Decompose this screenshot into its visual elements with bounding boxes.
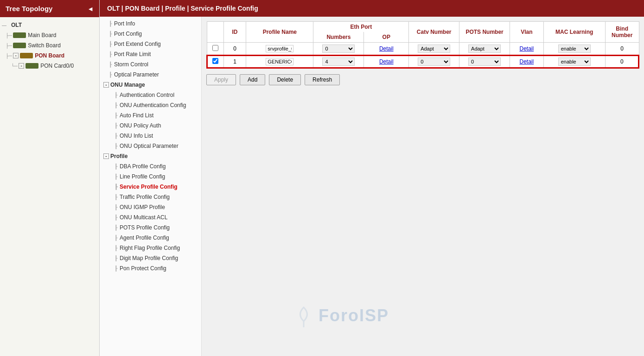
row1-catv-select[interactable]: Adapt012: [418, 57, 450, 66]
pon-board-icon: [20, 53, 33, 58]
row0-catv-select[interactable]: Adapt012: [418, 44, 450, 53]
onu-manage-expand[interactable]: -: [103, 82, 109, 88]
row1-catv: Adapt012: [409, 55, 459, 68]
row0-mac-select[interactable]: enabledisable: [558, 44, 591, 53]
row1-eth-numbers: 01234: [313, 55, 364, 68]
row0-id: 0: [223, 43, 246, 56]
nav-item-agent-profile[interactable]: Agent Profile Config: [100, 233, 201, 243]
watermark: ForoISP: [294, 305, 389, 328]
sidebar: Tree Topology ◄ — OLT ├─ Main Board ├─ S…: [0, 0, 100, 356]
th-bind-number: BindNumber: [605, 22, 639, 43]
table-row: 1 01234 Detail: [207, 55, 639, 68]
row1-profile-name-input[interactable]: [266, 58, 293, 65]
profile-expand[interactable]: -: [103, 153, 109, 159]
nav-item-right-flag[interactable]: Right Flag Profile Config: [100, 243, 201, 253]
onu-manage-label: ONU Manage: [110, 82, 145, 88]
nav-item-pots-profile[interactable]: POTS Profile Config: [100, 222, 201, 233]
tree-item-pon-board: ├─ - PON Board: [0, 51, 99, 61]
row1-pots-select[interactable]: Adapt012: [468, 57, 501, 66]
switch-board-icon: [13, 43, 26, 48]
row1-eth-numbers-select[interactable]: 01234: [322, 57, 355, 66]
row0-eth-numbers: 01234: [313, 43, 364, 56]
nav-item-dba-profile[interactable]: DBA Profile Config: [100, 161, 201, 172]
row0-eth-detail-button[interactable]: Detail: [379, 45, 394, 52]
th-eth-op: OP: [364, 32, 409, 43]
nav-item-port-config[interactable]: Port Config: [100, 29, 201, 39]
nav-item-service-profile[interactable]: Service Profile Config: [100, 182, 201, 192]
row0-checkbox-cell: [207, 43, 223, 56]
row1-bind-number: 0: [605, 55, 639, 68]
row0-profile-name-input[interactable]: [266, 45, 293, 52]
sidebar-header[interactable]: Tree Topology ◄: [0, 0, 99, 17]
row0-catv: Adapt012: [409, 43, 459, 56]
row0-checkbox[interactable]: [212, 45, 218, 51]
th-profile-name: Profile Name: [246, 22, 313, 43]
watermark-icon: [294, 305, 313, 328]
nav-item-auto-find-list[interactable]: Auto Find List: [100, 110, 201, 121]
nav-item-port-info[interactable]: Port Info: [100, 19, 201, 29]
nav-item-pon-protect[interactable]: Pon Protect Config: [100, 263, 201, 273]
main-board-icon: [13, 32, 26, 38]
table-header-row-1: ID Profile Name Eth Port Catv Number POT…: [207, 22, 639, 32]
nav-item-optical-parameter[interactable]: Optical Parameter: [100, 70, 201, 80]
sidebar-tree: — OLT ├─ Main Board ├─ Switch Board ├─: [0, 17, 99, 356]
row0-vlan-detail-button[interactable]: Detail: [519, 45, 534, 52]
nav-item-onu-igmp-profile[interactable]: ONU IGMP Profile: [100, 202, 201, 212]
th-checkbox: [207, 22, 223, 43]
pon-card-expand[interactable]: -: [19, 63, 24, 69]
row1-profile-name: [246, 55, 313, 68]
row1-pots: Adapt012: [459, 55, 510, 68]
delete-button[interactable]: Delete: [269, 74, 301, 85]
nav-item-port-rate-limit[interactable]: Port Rate Limit: [100, 49, 201, 59]
th-pots-number: POTS Number: [459, 22, 510, 43]
pon-board-expand[interactable]: -: [13, 53, 19, 58]
nav-section-onu-manage[interactable]: - ONU Manage: [100, 80, 201, 90]
right-content: ID Profile Name Eth Port Catv Number POT…: [202, 17, 644, 356]
nav-item-digit-map[interactable]: Digit Map Profile Config: [100, 253, 201, 263]
nav-item-port-extend-config[interactable]: Port Extend Config: [100, 39, 201, 49]
nav-item-onu-info-list[interactable]: ONU Info List: [100, 131, 201, 141]
row0-vlan: Detail: [510, 43, 544, 56]
nav-section-profile[interactable]: - Profile: [100, 151, 201, 161]
row1-mac-learning: enabledisable: [543, 55, 605, 68]
action-bar: Apply Add Delete Refresh: [206, 74, 639, 85]
th-eth-numbers: Numbers: [313, 32, 364, 43]
nav-item-traffic-profile[interactable]: Traffic Profile Config: [100, 192, 201, 202]
row1-mac-select[interactable]: enabledisable: [558, 57, 591, 66]
row0-pots: Adapt012: [459, 43, 510, 56]
th-vlan: Vlan: [510, 22, 544, 43]
tree-item-olt: — OLT: [0, 20, 99, 30]
nav-item-line-profile[interactable]: Line Profile Config: [100, 172, 201, 182]
row0-pots-select[interactable]: Adapt012: [468, 44, 501, 53]
row0-eth-op: Detail: [364, 43, 409, 56]
row1-vlan-detail-button[interactable]: Detail: [519, 58, 534, 65]
tree-item-pon-card: └─ - PON Card0/0: [0, 61, 99, 71]
breadcrumb: OLT | PON Board | Profile | Service Prof…: [100, 0, 644, 17]
pon-card-label: PON Card0/0: [40, 63, 74, 69]
row1-id: 1: [223, 55, 246, 68]
pon-card-icon: [26, 63, 38, 69]
refresh-button[interactable]: Refresh: [305, 74, 340, 85]
row0-bind-number: 0: [605, 43, 639, 56]
th-catv-number: Catv Number: [409, 22, 459, 43]
nav-item-onu-multicast-acl[interactable]: ONU Multicast ACL: [100, 212, 201, 222]
pon-board-label: PON Board: [35, 52, 64, 59]
left-navigation: Port Info Port Config Port Extend Config…: [100, 17, 202, 356]
table-row: 0 01234 Detail: [207, 43, 639, 56]
row0-mac-learning: enabledisable: [543, 43, 605, 56]
nav-item-storm-control[interactable]: Storm Control: [100, 59, 201, 70]
row1-checkbox[interactable]: [212, 58, 218, 64]
main-panel: OLT | PON Board | Profile | Service Prof…: [100, 0, 644, 356]
nav-item-auth-control[interactable]: Authentication Control: [100, 90, 201, 100]
row0-eth-numbers-select[interactable]: 01234: [322, 44, 355, 53]
tree-item-main-board: ├─ Main Board: [0, 30, 99, 40]
nav-item-onu-auth-config[interactable]: ONU Authentication Config: [100, 100, 201, 110]
tree-item-switch-board: ├─ Switch Board: [0, 40, 99, 51]
nav-item-onu-policy-auth[interactable]: ONU Policy Auth: [100, 121, 201, 131]
th-id: ID: [223, 22, 246, 43]
row1-eth-detail-button[interactable]: Detail: [379, 58, 394, 65]
apply-button[interactable]: Apply: [206, 74, 236, 85]
nav-item-onu-optical-param[interactable]: ONU Optical Parameter: [100, 141, 201, 151]
th-mac-learning: MAC Learning: [543, 22, 605, 43]
add-button[interactable]: Add: [240, 74, 265, 85]
